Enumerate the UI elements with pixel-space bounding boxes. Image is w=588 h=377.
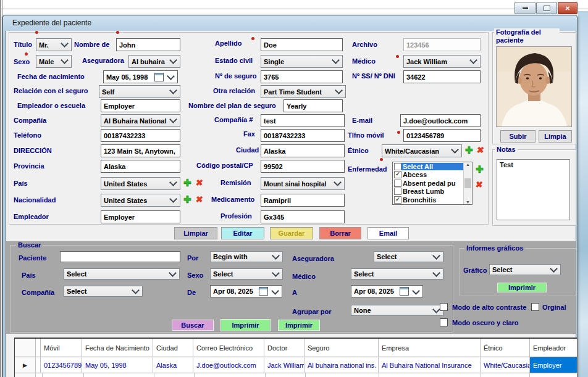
search-paciente-input[interactable] <box>60 251 180 262</box>
disease-item[interactable]: ✓Abcess <box>393 171 463 180</box>
nacionalidad-delete-icon[interactable]: ✖ <box>195 195 204 204</box>
scroll-down-icon[interactable]: ▼ <box>466 200 470 204</box>
empleador-input[interactable]: Employer <box>101 210 180 223</box>
grid-cell-empleador[interactable]: Employer <box>530 357 577 373</box>
search-de-datepicker[interactable]: Apr 08, 2025 <box>210 285 282 297</box>
search-medico-dropdown[interactable]: Select <box>351 268 443 280</box>
checkbox-icon[interactable]: ✓ <box>394 171 401 178</box>
grid-header-empresa[interactable]: Empresa <box>379 339 481 357</box>
reports-imprimir-button[interactable]: Imprimir <box>497 283 547 292</box>
high-contrast-checkbox[interactable] <box>440 303 448 311</box>
imprimir-button-1[interactable]: Imprimir <box>220 319 271 331</box>
search-por-dropdown[interactable]: Begin with <box>210 251 283 262</box>
compania-num-input[interactable]: test <box>261 114 345 127</box>
checkbox-icon[interactable] <box>394 180 401 187</box>
disease-add-icon[interactable]: ✚ <box>476 164 484 173</box>
titulo-dropdown[interactable]: Mr. <box>36 38 72 51</box>
fax-input[interactable]: 00187432233 <box>261 129 345 142</box>
num-seguro-input[interactable]: 3765 <box>261 70 343 83</box>
disease-item[interactable]: Breast Lumb <box>393 188 463 196</box>
grid-cell-movil[interactable]: 0123456789 <box>41 357 82 373</box>
pais-dropdown[interactable]: United States <box>101 177 180 190</box>
relacion-seguro-dropdown[interactable]: Self <box>99 85 180 98</box>
grid-cell-seguro[interactable]: Al buhaira national ins. <box>304 357 379 373</box>
search-pais-dropdown[interactable]: Select <box>64 268 180 280</box>
listbox-scrollbar[interactable]: ▲ ▼ <box>463 162 472 204</box>
grid-cell-etnico[interactable]: White/Caucasian <box>481 357 530 373</box>
grid-header-doctor[interactable]: Doctor <box>264 339 304 357</box>
grid-header-empleador[interactable]: Empleador <box>530 339 577 357</box>
search-sexo-dropdown[interactable]: Select <box>210 268 283 280</box>
grid-header-etnico[interactable]: Étnico <box>481 339 530 357</box>
row-selector-icon[interactable]: ▶ <box>15 357 36 373</box>
grid-header-seguro[interactable]: Seguro <box>304 339 379 357</box>
grid-cell-doctor[interactable]: Jack William <box>264 357 304 373</box>
original-checkbox[interactable] <box>531 303 539 311</box>
tlfno-movil-input[interactable]: 0123456789 <box>403 129 481 142</box>
pais-add-icon[interactable]: ✚ <box>183 178 191 187</box>
limpiar-button[interactable]: Limpiar <box>174 227 217 239</box>
search-aseguradora-dropdown[interactable]: Select <box>374 251 443 262</box>
search-a-datepicker[interactable]: Apr 08, 2025 <box>351 285 423 297</box>
pais-delete-icon[interactable]: ✖ <box>195 178 204 187</box>
plan-seguro-input[interactable]: Yearly <box>284 99 343 112</box>
telefono-input[interactable]: 00187432233 <box>101 129 180 142</box>
grid-data-row[interactable]: ▶ 0123456789 May 05, 1998 Alaska J.doe@o… <box>15 357 577 373</box>
notes-textarea[interactable]: Test <box>497 159 570 220</box>
grid-cell-correo[interactable]: J.doe@outlock.com <box>193 357 264 373</box>
provincia-input[interactable]: Alaska <box>101 160 180 173</box>
disease-listbox[interactable]: Select All✓AbcessAbsent pedal puBreast L… <box>392 162 472 205</box>
email-input[interactable]: J.doe@outlock.com <box>400 114 481 127</box>
remision-dropdown[interactable]: Mount sinai hospital <box>261 177 345 190</box>
grid-corner-cell[interactable] <box>15 339 36 357</box>
compania-dropdown[interactable]: Al Buhaira National <box>101 114 180 127</box>
search-compania-dropdown[interactable]: Select <box>64 286 143 297</box>
scroll-thumb[interactable] <box>464 178 471 188</box>
codigo-postal-input[interactable]: 99502 <box>261 160 345 173</box>
apellido-input[interactable]: Doe <box>261 38 343 51</box>
medicamento-input[interactable]: Ramipril <box>261 194 345 207</box>
fecha-nacimiento-datepicker[interactable]: May 05, 1998 <box>103 70 178 83</box>
grid-header-movil[interactable]: Móvil <box>41 339 82 357</box>
empleador-escuela-input[interactable]: Employer <box>101 99 180 112</box>
minimize-button[interactable] <box>514 2 536 14</box>
sexo-dropdown[interactable]: Male <box>36 55 72 68</box>
profesion-input[interactable]: Gx345 <box>261 210 345 223</box>
etnico-add-icon[interactable]: ✚ <box>465 145 473 154</box>
checkbox-icon[interactable] <box>394 188 401 195</box>
direccion-input[interactable]: 123 Main St, Anytown, <box>101 144 180 157</box>
borrar-button[interactable]: Borrar <box>319 227 361 239</box>
etnico-delete-icon[interactable]: ✖ <box>476 146 485 154</box>
email-button[interactable]: Email <box>368 227 409 239</box>
disease-item[interactable]: Select All <box>393 162 463 171</box>
otra-relacion-dropdown[interactable]: Part Time Student <box>261 85 346 98</box>
medico-dropdown[interactable]: Jack William <box>403 55 481 68</box>
dark-light-checkbox[interactable] <box>440 318 448 326</box>
maximize-button[interactable] <box>536 2 557 14</box>
disease-delete-icon[interactable]: ✖ <box>475 180 484 189</box>
checkbox-icon[interactable]: ✓ <box>394 196 401 204</box>
close-button[interactable]: ✕ <box>558 2 578 14</box>
titlebar[interactable]: Expediente del paciente <box>4 15 575 30</box>
disease-item[interactable]: Absent pedal pu <box>393 179 463 188</box>
limpia-button[interactable]: Limpia <box>539 130 572 143</box>
estado-civil-dropdown[interactable]: Single <box>261 55 343 68</box>
disease-item[interactable]: ✓Bronchitis <box>393 196 463 204</box>
editar-button[interactable]: Editar <box>221 227 264 239</box>
search-agrupar-dropdown[interactable]: None <box>351 305 443 316</box>
grid-cell-ciudad[interactable]: Alaska <box>153 357 193 373</box>
grafico-dropdown[interactable]: Select <box>489 264 561 275</box>
num-ss-input[interactable]: 34622 <box>403 70 481 83</box>
grid-header-fecha[interactable]: Fecha de Nacimiento <box>82 339 153 357</box>
grid-header-ciudad[interactable]: Ciudad <box>153 339 193 357</box>
ciudad-input[interactable]: Alaska <box>261 144 345 157</box>
grid-cell-empresa[interactable]: Al Buhaira National Insurance <box>379 357 481 373</box>
subir-button[interactable]: Subir <box>500 130 536 143</box>
scroll-up-icon[interactable]: ▲ <box>466 162 470 167</box>
grid-cell-fecha[interactable]: May 05, 1998 <box>82 357 153 373</box>
nacionalidad-dropdown[interactable]: United States <box>101 194 180 207</box>
imprimir-button-2[interactable]: Imprimir <box>278 320 320 331</box>
buscar-button[interactable]: Buscar <box>172 320 214 331</box>
grid-header-correo[interactable]: Correo Electrónico <box>193 339 264 357</box>
guardar-button[interactable]: Guardar <box>270 227 313 239</box>
